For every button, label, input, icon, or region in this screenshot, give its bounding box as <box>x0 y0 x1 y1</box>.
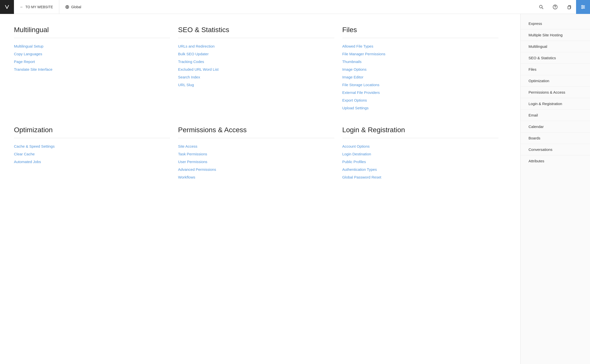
link-url-slug[interactable]: URL Slug <box>178 83 334 87</box>
link-multilingual-setup[interactable]: Multilingual Setup <box>14 44 170 48</box>
section-links-multilingual: Multilingual SetupCopy LanguagesPage Rep… <box>14 44 170 71</box>
svg-point-2 <box>539 5 542 8</box>
section-links-files: Allowed File TypesFile Manager Permissio… <box>342 44 498 110</box>
link-thumbnails[interactable]: Thumbnails <box>342 60 498 64</box>
section-title-login-registration: Login & Registration <box>342 126 498 138</box>
link-copy-languages[interactable]: Copy Languages <box>14 52 170 56</box>
section-links-seo-statistics: URLs and RedirectionBulk SEO UpdaterTrac… <box>178 44 334 87</box>
section-multilingual: MultilingualMultilingual SetupCopy Langu… <box>14 26 178 126</box>
search-button[interactable] <box>534 0 548 14</box>
svg-point-9 <box>582 5 583 6</box>
link-clear-cache[interactable]: Clear Cache <box>14 152 170 156</box>
link-image-options[interactable]: Image Options <box>342 67 498 71</box>
back-to-website-button[interactable]: ← TO MY WEBSITE <box>14 0 59 14</box>
svg-point-10 <box>583 6 584 7</box>
link-excluded-url-word-list[interactable]: Excluded URL Word List <box>178 67 334 71</box>
section-title-files: Files <box>342 26 498 38</box>
link-urls-redirection[interactable]: URLs and Redirection <box>178 44 334 48</box>
link-task-permissions[interactable]: Task Permissions <box>178 152 334 156</box>
link-workflows[interactable]: Workflows <box>178 175 334 179</box>
content-area: MultilingualMultilingual SetupCopy Langu… <box>0 14 520 364</box>
sidebar-item-attributes[interactable]: Attributes <box>521 155 590 167</box>
link-export-options[interactable]: Export Options <box>342 98 498 102</box>
link-file-storage-locations[interactable]: File Storage Locations <box>342 83 498 87</box>
topnav-right-actions <box>534 0 590 14</box>
right-sidebar: ExpressMultiple Site HostingMultilingual… <box>520 14 590 364</box>
section-files: FilesAllowed File TypesFile Manager Perm… <box>342 26 506 126</box>
section-links-login-registration: Account OptionsLogin DestinationPublic P… <box>342 144 498 179</box>
link-image-editor[interactable]: Image Editor <box>342 75 498 79</box>
settings-button[interactable] <box>576 0 590 14</box>
link-automated-jobs[interactable]: Automated Jobs <box>14 160 170 164</box>
svg-point-4 <box>555 8 555 8</box>
sidebar-item-seo-statistics[interactable]: SEO & Statistics <box>521 52 590 64</box>
link-login-destination[interactable]: Login Destination <box>342 152 498 156</box>
sidebar-item-multilingual[interactable]: Multilingual <box>521 41 590 52</box>
sidebar-item-boards[interactable]: Boards <box>521 132 590 144</box>
section-title-permissions-access: Permissions & Access <box>178 126 334 138</box>
sidebar-item-express[interactable]: Express <box>521 18 590 29</box>
link-page-report[interactable]: Page Report <box>14 60 170 64</box>
section-links-optimization: Cache & Speed SettingsClear CacheAutomat… <box>14 144 170 164</box>
copy-button[interactable] <box>562 0 576 14</box>
sidebar-item-multiple-site-hosting[interactable]: Multiple Site Hosting <box>521 29 590 41</box>
main-layout: MultilingualMultilingual SetupCopy Langu… <box>0 14 590 364</box>
link-authentication-types[interactable]: Authentication Types <box>342 167 498 172</box>
section-title-multilingual: Multilingual <box>14 26 170 38</box>
link-search-index[interactable]: Search Index <box>178 75 334 79</box>
link-bulk-seo-updater[interactable]: Bulk SEO Updater <box>178 52 334 56</box>
link-upload-settings[interactable]: Upload Settings <box>342 106 498 110</box>
sidebar-item-permissions-access[interactable]: Permissions & Access <box>521 87 590 98</box>
section-optimization: OptimizationCache & Speed SettingsClear … <box>14 126 178 195</box>
link-advanced-permissions[interactable]: Advanced Permissions <box>178 167 334 172</box>
sidebar-item-email[interactable]: Email <box>521 110 590 121</box>
back-arrow-icon: ← <box>20 5 23 9</box>
sidebar-item-optimization[interactable]: Optimization <box>521 75 590 87</box>
sections-grid: MultilingualMultilingual SetupCopy Langu… <box>14 26 506 195</box>
link-cache-speed-settings[interactable]: Cache & Speed Settings <box>14 144 170 148</box>
sidebar-item-conversations[interactable]: Conversations <box>521 144 590 155</box>
link-allowed-file-types[interactable]: Allowed File Types <box>342 44 498 48</box>
globe-icon <box>65 5 69 9</box>
back-label: TO MY WEBSITE <box>25 5 53 9</box>
sidebar-item-login-registration[interactable]: Login & Registration <box>521 98 590 110</box>
link-translate-site-interface[interactable]: Translate Site Interface <box>14 67 170 71</box>
link-external-file-providers[interactable]: External File Providers <box>342 90 498 95</box>
global-selector[interactable]: Global <box>59 0 534 14</box>
sidebar-item-files[interactable]: Files <box>521 64 590 75</box>
top-navigation: ← TO MY WEBSITE Global <box>0 0 590 14</box>
section-permissions-access: Permissions & AccessSite AccessTask Perm… <box>178 126 342 195</box>
link-site-access[interactable]: Site Access <box>178 144 334 148</box>
link-tracking-codes[interactable]: Tracking Codes <box>178 60 334 64</box>
section-links-permissions-access: Site AccessTask PermissionsUser Permissi… <box>178 144 334 179</box>
section-login-registration: Login & RegistrationAccount OptionsLogin… <box>342 126 506 195</box>
svg-point-11 <box>582 8 583 9</box>
svg-rect-0 <box>3 3 10 10</box>
sidebar-item-calendar[interactable]: Calendar <box>521 121 590 132</box>
app-logo[interactable] <box>0 0 14 14</box>
help-button[interactable] <box>548 0 562 14</box>
link-file-manager-permissions[interactable]: File Manager Permissions <box>342 52 498 56</box>
global-label: Global <box>71 5 81 9</box>
link-public-profiles[interactable]: Public Profiles <box>342 160 498 164</box>
section-title-seo-statistics: SEO & Statistics <box>178 26 334 38</box>
section-seo-statistics: SEO & StatisticsURLs and RedirectionBulk… <box>178 26 342 126</box>
link-user-permissions[interactable]: User Permissions <box>178 160 334 164</box>
link-account-options[interactable]: Account Options <box>342 144 498 148</box>
link-global-password-reset[interactable]: Global Password Reset <box>342 175 498 179</box>
section-title-optimization: Optimization <box>14 126 170 138</box>
